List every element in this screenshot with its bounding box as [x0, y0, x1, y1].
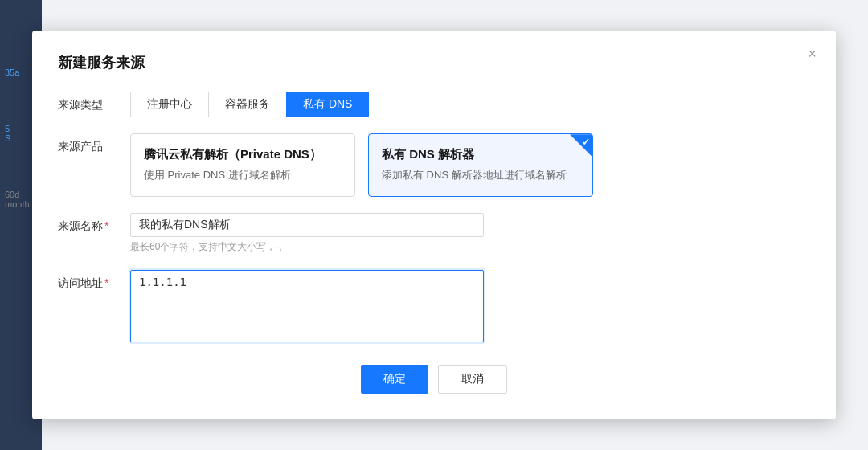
access-address-input[interactable]: 1.1.1.1: [130, 270, 484, 342]
confirm-button[interactable]: 确定: [361, 365, 428, 394]
access-address-label: 访问地址*: [58, 270, 130, 291]
source-name-hint: 最长60个字符，支持中文大小写，-,_: [130, 240, 484, 254]
source-type-label: 来源类型: [58, 92, 130, 112]
close-button[interactable]: ×: [808, 47, 817, 61]
source-name-input[interactable]: [130, 213, 484, 237]
card-tencent-private-dns[interactable]: 腾讯云私有解析（Private DNS） 使用 Private DNS 进行域名…: [130, 133, 355, 197]
required-star-name: *: [104, 219, 108, 232]
card-title-2: 私有 DNS 解析器: [382, 147, 579, 162]
modal-dialog: 新建服务来源 × 来源类型 注册中心 容器服务 私有 DNS 来源产品 腾讯云私…: [32, 31, 836, 419]
card-title-1: 腾讯云私有解析（Private DNS）: [144, 147, 342, 162]
modal-backdrop: 新建服务来源 × 来源类型 注册中心 容器服务 私有 DNS 来源产品 腾讯云私…: [0, 0, 868, 450]
button-row: 确定 取消: [58, 365, 810, 394]
required-star-addr: *: [104, 276, 108, 289]
source-product-row: 来源产品 腾讯云私有解析（Private DNS） 使用 Private DNS…: [58, 133, 810, 197]
source-type-tabs: 注册中心 容器服务 私有 DNS: [130, 92, 368, 117]
cancel-button[interactable]: 取消: [438, 365, 507, 394]
source-type-row: 来源类型 注册中心 容器服务 私有 DNS: [58, 92, 810, 117]
card-desc-2: 添加私有 DNS 解析器地址进行域名解析: [382, 167, 579, 183]
check-icon: ✓: [582, 137, 590, 148]
source-name-label: 来源名称*: [58, 213, 130, 234]
source-name-row: 来源名称* 最长60个字符，支持中文大小写，-,_: [58, 213, 810, 254]
source-name-input-col: 最长60个字符，支持中文大小写，-,_: [130, 213, 484, 254]
card-desc-1: 使用 Private DNS 进行域名解析: [144, 167, 342, 183]
tab-private-dns[interactable]: 私有 DNS: [286, 92, 369, 117]
source-product-label: 来源产品: [58, 133, 130, 154]
tab-container[interactable]: 容器服务: [208, 92, 287, 117]
card-private-dns-resolver[interactable]: ✓ 私有 DNS 解析器 添加私有 DNS 解析器地址进行域名解析: [368, 133, 593, 197]
modal-title: 新建服务来源: [58, 53, 810, 72]
product-cards: 腾讯云私有解析（Private DNS） 使用 Private DNS 进行域名…: [130, 133, 810, 197]
access-address-row: 访问地址* 1.1.1.1: [58, 270, 810, 342]
tab-registry[interactable]: 注册中心: [130, 92, 209, 117]
